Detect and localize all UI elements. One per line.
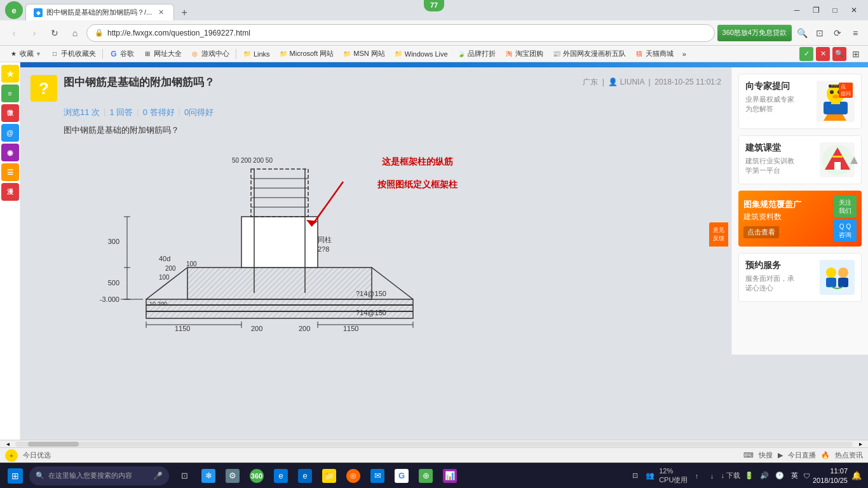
antivirus-icon[interactable]: 🛡	[803, 472, 810, 480]
red-addon-icon[interactable]: ✕	[816, 47, 830, 61]
taskbar-search-text: 在这里输入您要搜索的内容	[48, 471, 132, 480]
home-button[interactable]: ⌂	[66, 24, 84, 42]
maximize-button[interactable]: □	[826, 4, 844, 17]
download-label[interactable]: ↓ 下载	[721, 471, 740, 480]
askgood-stat: 0问得好	[184, 107, 214, 118]
new-tab-button[interactable]: +	[177, 5, 192, 20]
start-button[interactable]: ⊞	[3, 464, 28, 487]
taskbar-app-mail[interactable]: ✉	[366, 464, 389, 487]
tab-close-button[interactable]: ✕	[156, 8, 166, 18]
cast-button[interactable]: ⊡	[812, 25, 827, 41]
tab-favicon-icon: ◆	[36, 10, 41, 16]
taskbar-app-360[interactable]: 360	[245, 464, 268, 487]
quick-btn-mail[interactable]: @	[1, 124, 19, 142]
expert-card[interactable]: 向专家提问 业界最权威专家 为您解答	[738, 74, 862, 129]
expert-card-desc1: 业界最权威专家	[745, 95, 811, 104]
taskbar-app-gear[interactable]: ⚙	[221, 464, 244, 487]
taskbar-app-google[interactable]: G	[390, 464, 413, 487]
restore-button[interactable]: ❐	[807, 4, 825, 17]
qq-button[interactable]: Q Q 咨询	[834, 220, 857, 241]
scrollbar-thumb[interactable]	[28, 442, 79, 447]
active-tab[interactable]: ◆ 图中钢筋是基础的附加钢筋吗？/... ✕	[25, 4, 174, 20]
bookmark-google[interactable]: G 谷歌	[105, 47, 138, 61]
notification-button[interactable]: 🔔	[850, 470, 863, 482]
bookmark-favorites[interactable]: ★ 收藏 ▼	[5, 47, 45, 61]
taskbar-app-stats[interactable]: 📊	[438, 464, 461, 487]
quick-btn-star[interactable]: ★	[1, 65, 19, 83]
taskbar-app-snowflake[interactable]: ❄	[197, 464, 220, 487]
grid-icon: ⊞	[143, 50, 152, 58]
bookmark-more[interactable]: »	[679, 47, 690, 61]
bookmark-label: 网址大全	[154, 49, 182, 58]
battery-icon[interactable]: 🔋	[743, 470, 756, 482]
quick-btn-game[interactable]: ◉	[1, 144, 19, 161]
close-button[interactable]: ✕	[845, 4, 863, 17]
search-button[interactable]: 🔍	[794, 25, 810, 41]
scroll-left-btn[interactable]: ◂	[3, 441, 13, 447]
bookmark-microsoft[interactable]: 📁 Microsoft 网站	[275, 47, 338, 61]
bookmark-sitemap[interactable]: ⊞ 网址大全	[139, 47, 186, 61]
extensions-icon[interactable]: ⊞	[849, 47, 863, 61]
menu-button[interactable]: ≡	[848, 25, 863, 41]
bookmark-label: 手机收藏夹	[61, 49, 96, 58]
ad-cta-button[interactable]: 点击查看	[743, 226, 779, 238]
taskbar-app-folder[interactable]: 📁	[318, 464, 341, 487]
scroll-right-btn[interactable]: ▸	[855, 441, 865, 447]
people-tray-icon[interactable]: 👥	[644, 470, 656, 482]
refresh-button[interactable]: ↻	[46, 24, 64, 42]
back-button[interactable]: ‹	[5, 24, 23, 42]
taskbar-apps: ⊡ ❄ ⚙ 360 e e 📁 ◎ ✉	[170, 464, 464, 487]
history-button[interactable]: ⟳	[830, 25, 845, 41]
taskbar: ⊞ 🔍 在这里输入您要搜索的内容 🎤 ⊡ ❄ ⚙ 360 e e	[0, 463, 868, 488]
bookmark-links[interactable]: 📁 Links	[239, 47, 274, 61]
network-tray-icon[interactable]: ⊡	[628, 470, 641, 482]
ad-button[interactable]: 360怒放4万免息贷款	[717, 25, 792, 41]
bookmark-manga[interactable]: 📰 外国网友漫画析五队	[548, 47, 630, 61]
taskbar-app-edge[interactable]: e	[294, 464, 316, 487]
microphone-icon[interactable]: 🎤	[153, 471, 163, 480]
ad-banner[interactable]: 图集规范覆盖广 建筑资料数 点击查看 关注我们 Q Q 咨询	[738, 191, 862, 247]
date: 2018-10-25 11:01:2	[654, 78, 721, 86]
quick-btn-comic[interactable]: 漫	[1, 183, 19, 201]
hot-label[interactable]: 热点资讯	[835, 451, 863, 460]
bookmark-tmall[interactable]: 猫 天猫商城	[631, 47, 677, 61]
search-addon-icon[interactable]: 🔍	[832, 47, 846, 61]
appointment-card[interactable]: 预约服务 服务面对面，承 诺心连心	[738, 253, 862, 302]
kuaisou-label[interactable]: 快搜	[759, 451, 773, 460]
course-card[interactable]: 建筑课堂 建筑行业实训教 学第一平台 ▲	[738, 135, 862, 184]
taskbar-app-ie[interactable]: e	[269, 464, 292, 487]
bookmark-msn[interactable]: 📁 MSN 网站	[339, 47, 389, 61]
taskbar-search-box[interactable]: 🔍 在这里输入您要搜索的内容 🎤	[29, 466, 169, 485]
minimize-button[interactable]: ─	[788, 4, 806, 17]
question-stats: 浏览11 次 | 1 回答 | 0 答得好 | 0问得好	[64, 107, 721, 118]
quick-btn-notes[interactable]: ≡	[1, 85, 19, 102]
bookmark-windowslive[interactable]: 📁 Windows Live	[390, 47, 452, 61]
quick-btn-weibo[interactable]: 微	[1, 104, 19, 122]
language-indicator[interactable]: 英	[789, 471, 801, 480]
bookmark-taobao[interactable]: 淘 淘宝团购	[501, 47, 547, 61]
svg-text:500: 500	[108, 279, 119, 287]
feedback-btn[interactable]: 意见反馈	[709, 222, 728, 247]
volume-icon[interactable]: 🔊	[758, 470, 771, 482]
svg-rect-53	[831, 99, 840, 104]
live-label[interactable]: 今日直播	[788, 451, 816, 460]
today-label[interactable]: 今日优选	[23, 451, 51, 460]
scrollbar-track[interactable]	[15, 442, 853, 447]
google-icon: G	[109, 50, 118, 58]
quick-btn-book[interactable]: ☰	[1, 163, 19, 181]
follow-button[interactable]: 关注我们	[834, 196, 857, 217]
bookmark-brand[interactable]: 🍃 品牌打折	[453, 47, 499, 61]
taskbar-app-green[interactable]: ⊕	[414, 464, 437, 487]
taskbar-app-taskview[interactable]: ⊡	[173, 464, 196, 487]
bookmark-mobile[interactable]: □ 手机收藏夹	[46, 47, 100, 61]
taskbar-app-circle[interactable]: ◎	[342, 464, 365, 487]
bookmark-games[interactable]: ◎ 游戏中心	[187, 47, 233, 61]
svg-text:200: 200	[251, 325, 262, 332]
cpu-indicator[interactable]: 12% CPU使用	[659, 467, 688, 484]
green-addon-icon[interactable]: ✓	[799, 47, 813, 61]
address-bar[interactable]: 🔒 http://e.fwxgx.com/question_1969227.ht…	[86, 24, 715, 42]
forward-button[interactable]: ›	[25, 24, 43, 42]
system-clock[interactable]: 11:07 2018/10/25	[813, 466, 848, 485]
separator2	[236, 49, 236, 59]
status-add-btn[interactable]: +	[5, 449, 18, 462]
